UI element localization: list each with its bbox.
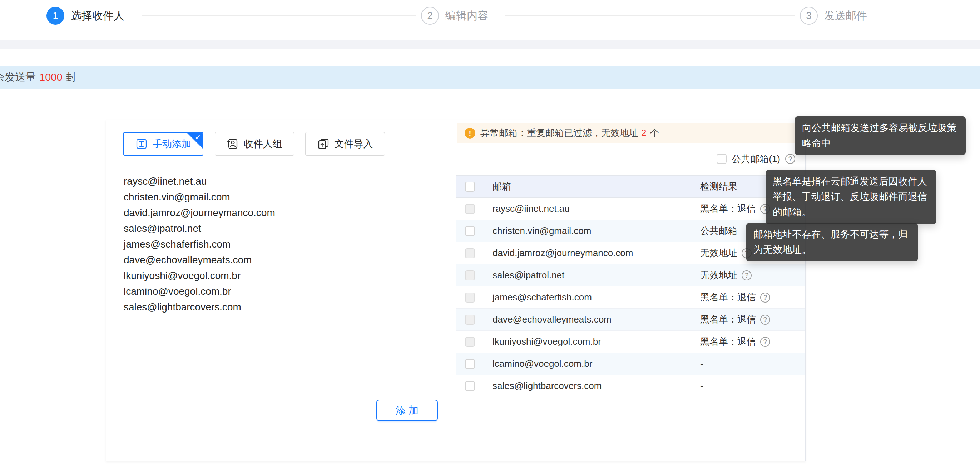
check-result-section: ! 异常邮箱：重复邮箱已过滤，无效地址 2 个 公共邮箱(1) ? 邮箱 检测结…	[457, 120, 805, 461]
public-mailbox-help-icon[interactable]: ?	[785, 154, 795, 164]
row-checkbox[interactable]	[465, 359, 475, 369]
public-mailbox-filter: 公共邮箱(1) ?	[717, 153, 795, 165]
invalid-count: 2	[638, 127, 649, 138]
email-line: sales@ipatrol.net	[124, 221, 441, 237]
row-email: david.jamroz@journeymanco.com	[484, 242, 691, 264]
row-email: lkuniyoshi@voegol.com.br	[484, 331, 691, 353]
row-checkbox[interactable]	[465, 381, 475, 391]
stepper-connector-1	[142, 15, 416, 16]
row-checkbox[interactable]	[465, 226, 475, 236]
tooltip-invalid-address: 邮箱地址不存在、服务不可达等，归为无效地址。	[746, 223, 918, 261]
table-row: lkuniyoshi@voegol.com.br 黑名单：退信 ?	[457, 331, 805, 353]
result-help-icon[interactable]: ?	[741, 270, 752, 280]
quota-bar: 余发送量1000封	[0, 66, 980, 89]
table-row: raysc@iinet.net.au 黑名单：退信 ?	[457, 198, 805, 220]
public-mailbox-label: 公共邮箱(1)	[732, 153, 780, 165]
email-line: sales@lightbarcovers.com	[124, 299, 441, 315]
row-result: 黑名单：退信	[700, 202, 756, 215]
email-line: david.jamroz@journeymanco.com	[124, 205, 441, 221]
table-row: lcamino@voegol.com.br -	[457, 353, 805, 375]
row-checkbox[interactable]	[465, 292, 475, 302]
public-mailbox-checkbox[interactable]	[717, 154, 727, 164]
text-input-icon	[135, 138, 148, 150]
file-import-label: 文件导入	[334, 138, 373, 150]
row-email: christen.vin@gmail.com	[484, 220, 691, 242]
quota-unit: 封	[66, 71, 76, 83]
file-upload-icon	[317, 138, 329, 150]
file-import-button[interactable]: 文件导入	[305, 132, 385, 156]
row-email: james@schaferfish.com	[484, 286, 691, 308]
step-1-label: 选择收件人	[71, 7, 124, 25]
step-3-circle: 3	[800, 7, 818, 25]
email-line: lkuniyoshi@voegol.com.br	[124, 268, 441, 284]
result-help-icon[interactable]: ?	[760, 337, 770, 347]
row-email: sales@lightbarcovers.com	[484, 375, 691, 397]
table-row: dave@echovalleymeats.com 黑名单：退信 ?	[457, 308, 805, 331]
row-email: lcamino@voegol.com.br	[484, 353, 691, 375]
email-line: james@schaferfish.com	[124, 237, 441, 252]
recipient-group-button[interactable]: 收件人组	[215, 132, 294, 156]
row-checkbox[interactable]	[465, 337, 475, 347]
row-email: dave@echovalleymeats.com	[484, 308, 691, 330]
step-2-label: 编辑内容	[445, 7, 488, 25]
add-button[interactable]: 添 加	[376, 400, 438, 421]
step-1-number: 1	[52, 10, 58, 21]
table-row: james@schaferfish.com 黑名单：退信 ?	[457, 286, 805, 308]
row-result: 黑名单：退信	[700, 291, 756, 303]
row-checkbox[interactable]	[465, 315, 475, 325]
recipient-panel: 手动添加 ✓ 收件人组 文件导入 raysc@iinet.net.auchris	[106, 120, 806, 461]
check-icon: ✓	[195, 133, 201, 142]
row-email: raysc@iinet.net.au	[484, 198, 691, 220]
manual-add-button[interactable]: 手动添加 ✓	[123, 132, 204, 156]
step-3-number: 3	[806, 10, 811, 21]
quota-label: 余发送量	[0, 71, 36, 83]
table-row: sales@ipatrol.net 无效地址 ?	[457, 264, 805, 286]
email-line: lcamino@voegol.com.br	[124, 284, 441, 299]
email-line: dave@echovalleymeats.com	[124, 252, 441, 268]
quota-amount: 1000	[36, 71, 66, 83]
alert-text: 异常邮箱：重复邮箱已过滤，无效地址	[480, 127, 638, 139]
step-2-circle: 2	[421, 7, 439, 25]
result-help-icon[interactable]: ?	[760, 315, 770, 325]
warning-icon: !	[465, 128, 475, 138]
row-result: 无效地址	[700, 269, 737, 281]
tooltip-blacklist: 黑名单是指在云邮通发送后因收件人举报、手动退订、反垃圾邮件而退信的邮箱。	[765, 170, 936, 224]
tooltip-public-mailbox: 向公共邮箱发送过多容易被反垃圾策略命中	[795, 116, 966, 155]
alert-suffix: 个	[649, 127, 659, 139]
result-help-icon[interactable]: ?	[760, 292, 770, 302]
email-line: raysc@iinet.net.au	[124, 173, 441, 189]
row-checkbox[interactable]	[465, 270, 475, 280]
row-email: sales@ipatrol.net	[484, 264, 691, 286]
table-row: sales@lightbarcovers.com -	[457, 375, 805, 397]
recipient-email-list[interactable]: raysc@iinet.net.auchristen.vin@gmail.com…	[124, 173, 441, 397]
step-1-circle: 1	[46, 7, 64, 25]
manual-add-label: 手动添加	[153, 138, 191, 150]
row-result: 黑名单：退信	[700, 313, 756, 326]
step-2-number: 2	[427, 10, 433, 21]
row-result: 公共邮箱	[700, 225, 737, 237]
divider-strip	[0, 40, 980, 49]
contact-card-icon	[227, 138, 239, 150]
row-result: 黑名单：退信	[700, 335, 756, 348]
row-result: -	[700, 380, 703, 391]
row-result: -	[700, 358, 703, 369]
recipient-input-section: 手动添加 ✓ 收件人组 文件导入 raysc@iinet.net.auchris	[106, 120, 456, 461]
exception-alert: ! 异常邮箱：重复邮箱已过滤，无效地址 2 个	[457, 123, 795, 143]
table-header: 邮箱 检测结果	[457, 176, 805, 198]
recipient-group-label: 收件人组	[244, 138, 282, 150]
column-header-email: 邮箱	[484, 176, 691, 197]
wizard-stepper: 1 选择收件人 2 编辑内容 3 发送邮件	[0, 0, 980, 38]
select-all-checkbox[interactable]	[465, 182, 475, 192]
email-line: christen.vin@gmail.com	[124, 189, 441, 205]
row-checkbox[interactable]	[465, 204, 475, 214]
recipient-check-table: 邮箱 检测结果 raysc@iinet.net.au 黑名单：退信 ? chri…	[457, 175, 805, 397]
row-result: 无效地址	[700, 247, 737, 259]
row-checkbox[interactable]	[465, 248, 475, 258]
stepper-connector-2	[505, 15, 795, 16]
step-3-label: 发送邮件	[824, 7, 867, 25]
